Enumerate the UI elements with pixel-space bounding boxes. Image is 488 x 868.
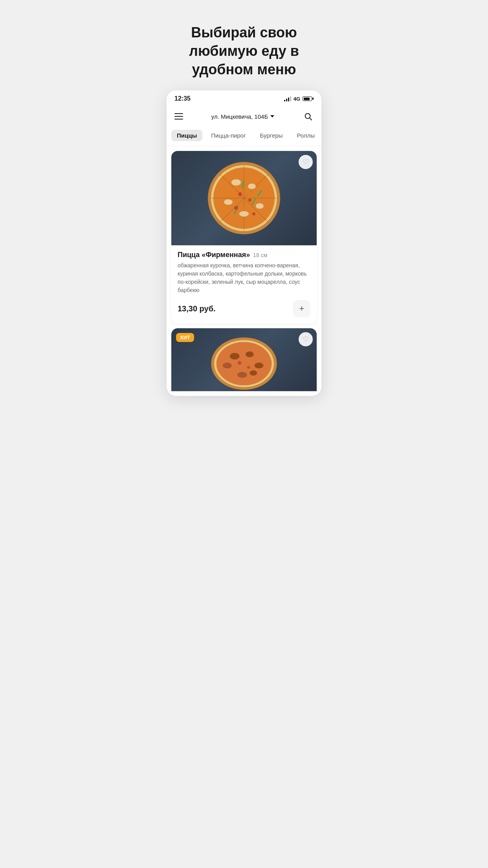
category-tabs: Пиццы Пицца-пирог Бургеры Роллы Merry Ki… bbox=[167, 128, 321, 146]
svg-point-25 bbox=[223, 362, 232, 368]
product-card-1: ХИТ ♡ bbox=[171, 328, 317, 391]
svg-point-28 bbox=[250, 370, 257, 375]
product-image-1: ХИТ ♡ bbox=[171, 328, 317, 391]
svg-line-1 bbox=[310, 118, 312, 120]
svg-point-16 bbox=[248, 199, 251, 202]
product-name-row-0: Пицца «Фирменная» 18 см bbox=[178, 251, 310, 259]
chevron-down-icon bbox=[270, 115, 274, 118]
hamburger-line-2 bbox=[174, 116, 183, 117]
heart-icon-0: ♡ bbox=[303, 158, 309, 166]
favorite-button-1[interactable]: ♡ bbox=[299, 332, 313, 346]
pizza-image-placeholder bbox=[171, 151, 317, 245]
hamburger-line-1 bbox=[174, 113, 183, 114]
svg-point-11 bbox=[248, 184, 256, 189]
status-icons: 4G bbox=[284, 96, 314, 102]
search-icon bbox=[304, 112, 312, 121]
svg-point-29 bbox=[238, 361, 242, 365]
top-nav: ул. Мицкевича, 104Б bbox=[167, 105, 321, 128]
heart-icon-1: ♡ bbox=[303, 335, 309, 344]
address-selector[interactable]: ул. Мицкевича, 104Б bbox=[211, 113, 275, 120]
products-list: ♡ Пицца «Фирменная» 18 см обжаренная кур… bbox=[167, 146, 321, 396]
svg-point-23 bbox=[230, 353, 240, 359]
battery-icon bbox=[303, 96, 314, 101]
pizza-svg bbox=[205, 159, 283, 237]
svg-point-17 bbox=[234, 206, 238, 210]
product-name-0: Пицца «Фирменная» bbox=[178, 251, 250, 259]
product-footer-0: 13,30 руб. + bbox=[178, 300, 310, 317]
svg-point-10 bbox=[231, 179, 241, 186]
svg-point-15 bbox=[238, 192, 242, 196]
svg-point-13 bbox=[256, 203, 264, 209]
svg-point-30 bbox=[247, 366, 250, 369]
svg-point-14 bbox=[239, 211, 249, 217]
svg-point-27 bbox=[237, 372, 247, 378]
tab-rolls[interactable]: Роллы bbox=[291, 130, 320, 141]
search-button[interactable] bbox=[301, 109, 315, 123]
tab-burgers[interactable]: Бургеры bbox=[255, 130, 288, 141]
pizza-svg-2 bbox=[207, 329, 281, 390]
product-size-0: 18 см bbox=[253, 252, 267, 258]
svg-point-18 bbox=[252, 212, 255, 215]
signal-icon bbox=[284, 96, 291, 101]
add-to-cart-button-0[interactable]: + bbox=[293, 300, 310, 317]
address-text: ул. Мицкевича, 104Б bbox=[211, 113, 268, 120]
hit-badge: ХИТ bbox=[176, 333, 194, 342]
hero-title: Выбирай свою любимую еду в удобном меню bbox=[163, 8, 325, 90]
svg-point-12 bbox=[224, 199, 233, 205]
product-card-0: ♡ Пицца «Фирменная» 18 см обжаренная кур… bbox=[171, 151, 317, 324]
status-time: 12:35 bbox=[174, 95, 191, 102]
product-description-0: обжаренная курочка, ветчина копчено-варе… bbox=[178, 261, 310, 294]
hamburger-line-3 bbox=[174, 119, 183, 120]
page-wrapper: Выбирай свою любимую еду в удобном меню … bbox=[163, 8, 325, 396]
product-price-0: 13,30 руб. bbox=[178, 304, 216, 313]
svg-point-24 bbox=[246, 351, 254, 357]
menu-button[interactable] bbox=[173, 112, 185, 121]
svg-point-26 bbox=[255, 362, 264, 368]
tab-pizza-pie[interactable]: Пицца-пирог bbox=[205, 130, 251, 141]
product-image-0: ♡ bbox=[171, 151, 317, 245]
phone-mockup: 12:35 4G bbox=[167, 90, 321, 396]
status-bar: 12:35 4G bbox=[167, 90, 321, 105]
product-info-0: Пицца «Фирменная» 18 см обжаренная куроч… bbox=[171, 245, 317, 324]
network-label: 4G bbox=[294, 96, 300, 102]
tab-pizzas[interactable]: Пиццы bbox=[171, 130, 202, 141]
